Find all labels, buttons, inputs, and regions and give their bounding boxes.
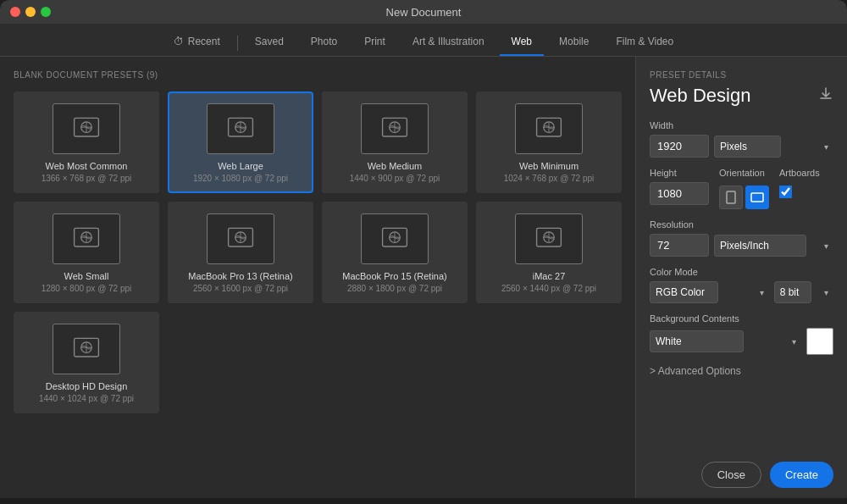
presets-panel: BLANK DOCUMENT PRESETS (9) Web Most Comm… [0, 57, 635, 498]
height-label: Height [650, 168, 709, 178]
resolution-input[interactable] [650, 234, 709, 257]
preset-name-web-medium: Web Medium [368, 161, 423, 171]
preset-icon-macbook-15 [361, 213, 429, 264]
width-unit-wrapper: Pixels Inches Centimeters Millimeters Po… [714, 136, 833, 158]
preset-name-macbook-15: MacBook Pro 15 (Retina) [342, 271, 447, 281]
bg-contents-row: White Black Background Color Transparent… [650, 328, 833, 355]
preset-dims-web-small: 1280 × 800 px @ 72 ppi [42, 284, 132, 293]
details-title-row: Web Design [650, 85, 833, 107]
width-row: Pixels Inches Centimeters Millimeters Po… [650, 135, 833, 158]
preset-card-desktop-hd[interactable]: Desktop HD Design1440 × 1024 px @ 72 ppi [14, 312, 159, 413]
preset-card-imac-27[interactable]: iMac 272560 × 1440 px @ 72 ppi [476, 202, 622, 303]
artboards-checkbox[interactable] [779, 186, 792, 198]
preset-dims-web-minimum: 1024 × 768 px @ 72 ppi [504, 174, 595, 183]
preset-icon-desktop-hd [53, 324, 120, 374]
orientation-buttons [719, 186, 769, 209]
tab-film[interactable]: Film & Video [604, 30, 685, 56]
advanced-options-toggle[interactable]: > Advanced Options [650, 365, 833, 377]
tab-art[interactable]: Art & Illustration [401, 30, 496, 56]
minimize-traffic-light[interactable] [25, 7, 36, 17]
color-mode-label: Color Mode [650, 267, 833, 277]
bg-contents-wrapper: White Black Background Color Transparent… [650, 330, 801, 352]
preset-dims-web-most-common: 1366 × 768 px @ 72 ppi [42, 174, 132, 183]
preset-card-web-medium[interactable]: Web Medium1440 × 900 px @ 72 ppi [322, 91, 468, 193]
bg-contents-select[interactable]: White Black Background Color Transparent… [650, 330, 744, 352]
preset-name-web-large: Web Large [218, 161, 263, 171]
orientation-label: Orientation [719, 168, 769, 178]
main-container: BLANK DOCUMENT PRESETS (9) Web Most Comm… [0, 57, 847, 498]
preset-name-web-minimum: Web Minimum [519, 161, 579, 171]
artboards-checkbox-wrapper [779, 186, 820, 198]
artboards-label: Artboards [779, 168, 820, 178]
preset-card-web-most-common[interactable]: Web Most Common1366 × 768 px @ 72 ppi [14, 91, 159, 193]
preset-card-web-large[interactable]: Web Large1920 × 1080 px @ 72 ppi [168, 91, 313, 193]
close-button[interactable]: Close [701, 462, 761, 488]
color-mode-row: RGB Color CMYK Color Grayscale Bitmap La… [650, 281, 833, 303]
preset-icon-web-small [53, 213, 120, 264]
bg-contents-label: Background Contents [650, 313, 833, 324]
color-mode-select[interactable]: RGB Color CMYK Color Grayscale Bitmap La… [650, 281, 718, 303]
clock-icon: ⏱ [174, 36, 184, 47]
artboards-section: Artboards [779, 168, 820, 198]
details-footer: Close Create [650, 451, 833, 498]
svg-rect-19 [751, 193, 763, 202]
tab-recent[interactable]: ⏱ Recent [162, 30, 232, 56]
height-ori-art-row: Height Orientation Artboards [650, 168, 833, 209]
resolution-row: Pixels/Inch Pixels/Centimeter [650, 234, 833, 257]
tab-saved[interactable]: Saved [243, 30, 296, 56]
width-input[interactable] [650, 135, 709, 158]
tab-mobile[interactable]: Mobile [547, 30, 601, 56]
tabs-bar: ⏱ Recent Saved Photo Print Art & Illustr… [0, 24, 847, 57]
portrait-button[interactable] [719, 186, 743, 209]
preset-card-web-small[interactable]: Web Small1280 × 800 px @ 72 ppi [14, 202, 159, 303]
height-section: Height [650, 168, 709, 205]
preset-dims-macbook-15: 2880 × 1800 px @ 72 ppi [347, 284, 442, 293]
preset-dims-web-large: 1920 × 1080 px @ 72 ppi [193, 174, 288, 183]
svg-rect-18 [727, 191, 735, 203]
presets-grid: Web Most Common1366 × 768 px @ 72 ppi We… [14, 91, 622, 413]
preset-card-web-minimum[interactable]: Web Minimum1024 × 768 px @ 72 ppi [476, 91, 622, 193]
preset-icon-web-minimum [515, 103, 583, 154]
window-title: New Document [386, 6, 462, 19]
preset-icon-macbook-13 [207, 213, 274, 264]
preset-icon-web-most-common [53, 103, 120, 154]
bit-depth-wrapper: 8 bit 16 bit 32 bit [774, 281, 833, 303]
preset-dims-macbook-13: 2560 × 1600 px @ 72 ppi [193, 284, 288, 293]
tab-photo[interactable]: Photo [299, 30, 349, 56]
color-mode-wrapper: RGB Color CMYK Color Grayscale Bitmap La… [650, 281, 769, 303]
resolution-unit-select[interactable]: Pixels/Inch Pixels/Centimeter [714, 235, 806, 257]
bg-color-swatch[interactable] [806, 328, 833, 355]
preset-name-web-most-common: Web Most Common [46, 161, 128, 171]
tab-separator [237, 36, 238, 51]
preset-name-macbook-13: MacBook Pro 13 (Retina) [188, 271, 293, 281]
preset-name-web-small: Web Small [64, 271, 109, 281]
traffic-lights [10, 7, 51, 17]
preset-dims-imac-27: 2560 × 1440 px @ 72 ppi [501, 284, 596, 293]
preset-card-macbook-15[interactable]: MacBook Pro 15 (Retina)2880 × 1800 px @ … [322, 202, 468, 303]
close-traffic-light[interactable] [10, 7, 20, 17]
tab-web[interactable]: Web [500, 30, 544, 56]
preset-card-macbook-13[interactable]: MacBook Pro 13 (Retina)2560 × 1600 px @ … [168, 202, 313, 303]
preset-details-label: PRESET DETAILS [650, 70, 833, 80]
landscape-button[interactable] [745, 186, 769, 209]
panel-title: BLANK DOCUMENT PRESETS (9) [14, 70, 622, 80]
preset-dims-web-medium: 1440 × 900 px @ 72 ppi [350, 174, 440, 183]
resolution-label: Resolution [650, 219, 833, 230]
orientation-section: Orientation [719, 168, 769, 209]
preset-dims-desktop-hd: 1440 × 1024 px @ 72 ppi [39, 394, 134, 403]
width-unit-select[interactable]: Pixels Inches Centimeters Millimeters Po… [714, 136, 781, 158]
bit-depth-select[interactable]: 8 bit 16 bit 32 bit [774, 281, 811, 303]
preset-icon-web-medium [361, 103, 429, 154]
save-preset-button[interactable] [818, 86, 833, 105]
preset-name-imac-27: iMac 27 [533, 271, 566, 281]
width-label: Width [650, 120, 833, 130]
title-bar: New Document [0, 0, 847, 24]
create-button[interactable]: Create [770, 462, 833, 488]
preset-icon-web-large [207, 103, 274, 154]
preset-name-desktop-hd: Desktop HD Design [46, 381, 128, 391]
details-panel: PRESET DETAILS Web Design Width Pixels I… [635, 57, 847, 498]
preset-icon-imac-27 [515, 213, 583, 264]
tab-print[interactable]: Print [352, 30, 397, 56]
maximize-traffic-light[interactable] [41, 7, 51, 17]
height-input[interactable] [650, 182, 709, 205]
